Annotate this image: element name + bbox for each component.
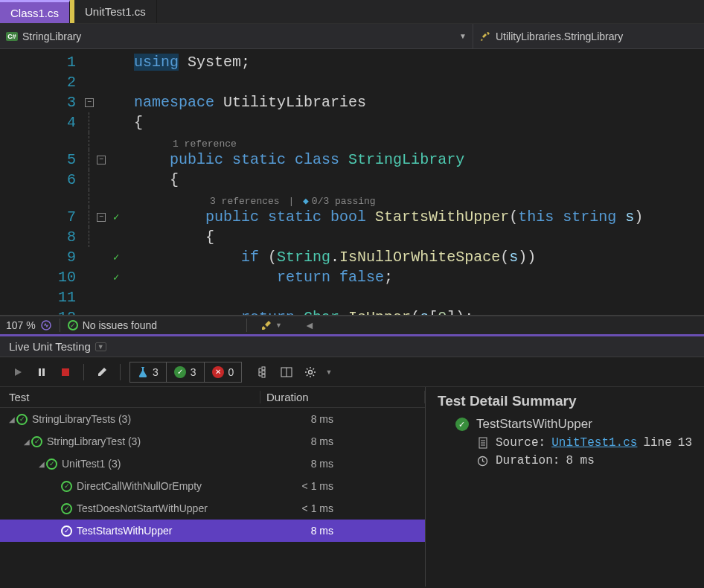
flask-icon	[138, 366, 148, 378]
tree-row-test[interactable]: ✓TestDoesNotStartWithUpper < 1 ms	[0, 497, 425, 520]
navigation-bar: C# StringLibrary ▼ UtilityLibraries.Stri…	[0, 24, 704, 49]
code-editor[interactable]: 1 2 3 4 5 6 7 8 9 10 11 12 − − −✓ ✓ ✓ ✓ …	[0, 49, 704, 316]
class-dropdown-label: UtilityLibraries.StringLibrary	[496, 31, 623, 42]
class-icon	[479, 31, 491, 42]
svg-rect-6	[262, 374, 265, 377]
layout-button[interactable]	[278, 363, 295, 381]
svg-rect-1	[39, 368, 41, 376]
chevron-down-icon[interactable]: ▼	[325, 368, 332, 376]
source-link[interactable]: UnitTest1.cs	[551, 436, 637, 450]
codelens-references[interactable]: 3 references | ◆ 0/3 passing	[210, 191, 376, 211]
col-test[interactable]: Test	[0, 391, 260, 403]
issues-label[interactable]: No issues found	[83, 319, 157, 331]
codelens-references[interactable]: 1 reference	[173, 134, 237, 154]
test-counts: 3 ✓ 3 ✕ 0	[129, 362, 242, 383]
col-duration[interactable]: Duration	[260, 391, 425, 403]
file-tab-unittest1[interactable]: UnitTest1.cs	[74, 0, 157, 23]
edit-button[interactable]	[93, 363, 111, 381]
project-dropdown[interactable]: C# StringLibrary ▼	[0, 24, 473, 48]
total-tests-count[interactable]: 3	[130, 362, 167, 382]
fail-icon: ✕	[212, 366, 224, 378]
stop-button[interactable]	[57, 363, 74, 381]
line-number-gutter: 1 2 3 4 5 6 7 8 9 10 11 12	[0, 49, 82, 315]
fold-toggle[interactable]: −	[97, 213, 106, 222]
lut-body: Test Duration ◢ ✓StringLibraryTests (3) …	[0, 387, 704, 587]
editor-status-bar: 107 % ✓ No issues found ▼ ◄	[0, 316, 704, 336]
chevron-down-icon[interactable]: ▼	[275, 322, 282, 329]
test-detail-panel: Test Detail Summary ✓ TestStartsWithUppe…	[426, 387, 704, 587]
expand-toggle[interactable]: ◢	[37, 460, 46, 468]
pass-icon: ✓	[113, 251, 119, 263]
pass-icon: ✓	[113, 271, 119, 284]
pass-icon: ✓	[61, 503, 72, 514]
file-tab-class1[interactable]: Class1.cs	[0, 0, 70, 23]
checkmark-icon: ✓	[68, 320, 78, 330]
pass-icon: ✓	[113, 211, 119, 223]
fold-toggle[interactable]: −	[97, 156, 106, 164]
pass-icon: ✓	[61, 525, 72, 537]
tree-row-group[interactable]: ◢ ✓UnitTest1 (3) 8 ms	[0, 453, 425, 475]
svg-rect-3	[62, 368, 69, 376]
play-button[interactable]	[9, 363, 27, 381]
pass-icon: ✓	[46, 458, 57, 470]
clock-icon	[476, 456, 490, 467]
svg-rect-2	[42, 368, 45, 376]
class-dropdown[interactable]: UtilityLibraries.StringLibrary	[473, 24, 704, 48]
passed-tests-count[interactable]: ✓ 3	[167, 362, 205, 382]
tree-row-group[interactable]: ◢ ✓StringLibraryTests (3) 8 ms	[0, 408, 425, 430]
file-tab-row: Class1.cs UnitTest1.cs	[0, 0, 704, 24]
dropdown-icon[interactable]: ▼	[95, 342, 106, 351]
pass-icon: ✓	[61, 481, 72, 492]
svg-rect-4	[262, 367, 265, 370]
expand-toggle[interactable]: ◢	[22, 438, 31, 446]
tree-row-test[interactable]: ✓DirectCallWithNullOrEmpty < 1 ms	[0, 475, 425, 497]
zoom-level[interactable]: 107 %	[6, 319, 36, 331]
tree-header: Test Duration	[0, 387, 425, 408]
detail-title: Test Detail Summary	[438, 393, 692, 409]
chevron-down-icon: ▼	[459, 32, 467, 40]
code-content[interactable]: using System; namespace UtilityLibraries…	[134, 49, 704, 315]
health-icon[interactable]	[40, 319, 52, 331]
pass-icon: ✓	[31, 436, 42, 447]
settings-button[interactable]	[301, 363, 319, 381]
svg-point-9	[309, 370, 313, 374]
pass-icon: ✓	[174, 366, 186, 378]
detail-source-row: Source: UnitTest1.cs line13	[476, 436, 692, 450]
detail-duration-row: Duration: 8 ms	[476, 454, 692, 467]
tree-row-group[interactable]: ◢ ✓StringLibraryTest (3) 8 ms	[0, 430, 425, 453]
detail-test-name-row: ✓ TestStartsWithUpper	[455, 417, 692, 432]
tree-row-test-selected[interactable]: ✓TestStartsWithUpper 8 ms	[0, 520, 425, 542]
project-dropdown-label: StringLibrary	[22, 31, 81, 42]
csharp-icon: C#	[6, 32, 18, 41]
pass-icon: ✓	[455, 418, 469, 431]
fold-toggle[interactable]: −	[85, 98, 94, 107]
pass-icon: ✓	[16, 414, 28, 425]
test-tree-panel: Test Duration ◢ ✓StringLibraryTests (3) …	[0, 387, 426, 587]
failed-tests-count[interactable]: ✕ 0	[205, 362, 242, 382]
hierarchy-button[interactable]	[254, 363, 272, 381]
live-unit-testing-header[interactable]: Live Unit Testing ▼	[0, 336, 704, 357]
expand-toggle[interactable]: ◢	[7, 415, 16, 424]
document-icon	[476, 437, 490, 449]
pause-button[interactable]	[33, 363, 51, 381]
scroll-left-icon[interactable]: ◄	[304, 319, 315, 331]
brush-icon[interactable]	[260, 319, 272, 331]
fold-gutter: − − −✓ ✓ ✓ ✓	[82, 49, 134, 315]
svg-rect-5	[262, 371, 265, 374]
lut-toolbar: 3 ✓ 3 ✕ 0 ▼	[0, 357, 704, 387]
